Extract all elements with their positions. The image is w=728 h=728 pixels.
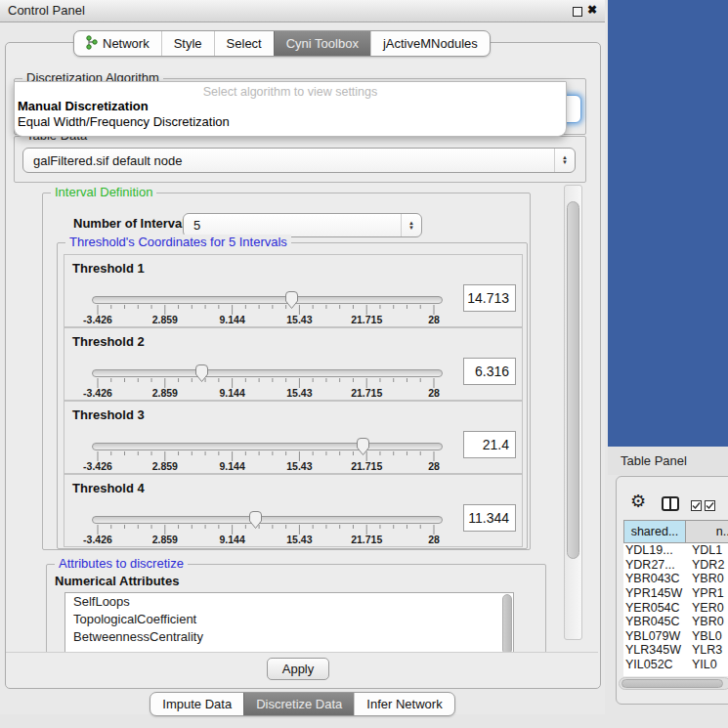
panel-scrollbar[interactable] xyxy=(564,185,582,640)
table-data-group: Table Data galFiltered.sif default node … xyxy=(14,136,586,183)
slider-tick-label: -3.426 xyxy=(83,460,112,472)
control-panel-window: Control Panel ✖ NetworkStyleSelectCyni T… xyxy=(0,0,605,714)
tab-label: Select xyxy=(227,36,262,51)
stepper-arrows-icon: ▲▼ xyxy=(401,214,421,236)
top-tab-bar: NetworkStyleSelectCyni ToolboxjActiveMNo… xyxy=(73,30,491,57)
threshold-slider-track[interactable] xyxy=(92,296,443,304)
slider-tick-label: 15.43 xyxy=(286,460,312,472)
table-header-row: shared...n... xyxy=(623,520,728,543)
threshold-label: Threshold 3 xyxy=(72,407,145,422)
table-row[interactable]: YDR27...YDR2 xyxy=(623,558,728,573)
thresholds-group-title: Threshold's Coordinates for 5 Intervals xyxy=(65,235,291,249)
bottom-tab-discretize-data[interactable]: Discretize Data xyxy=(243,693,354,715)
threshold-value-field[interactable]: 6.316 xyxy=(463,358,516,385)
slider-tick-label: 9.144 xyxy=(219,460,244,472)
threshold-value-field[interactable]: 21.4 xyxy=(463,431,516,458)
threshold-slider-track[interactable] xyxy=(92,369,443,377)
table-cell: YLR3 xyxy=(686,643,728,657)
slider-tick-label: -3.426 xyxy=(83,387,112,399)
number-of-intervals-value: 5 xyxy=(184,218,401,233)
tab-cyni-toolbox[interactable]: Cyni Toolbox xyxy=(274,31,370,56)
slider-tick-label: 28 xyxy=(428,314,440,325)
threshold-label: Threshold 1 xyxy=(72,261,145,276)
numerical-attributes-list[interactable]: SelfLoopsTopologicalCoefficientBetweenne… xyxy=(64,592,514,652)
bottom-tab-infer-network[interactable]: Infer Network xyxy=(354,693,453,715)
attribute-item-betweennesscentrality[interactable]: BetweennessCentrality xyxy=(65,628,513,646)
table-row[interactable]: YBR043CYBR0 xyxy=(623,572,728,586)
tab-jactivemnodules[interactable]: jActiveMNodules xyxy=(370,31,490,56)
interval-definition-group: Interval Definition Number of Intervals … xyxy=(42,193,531,550)
settings-scroll-viewport: Interval Definition Number of Intervals … xyxy=(14,183,561,652)
table-cell: YBL079W xyxy=(623,629,686,643)
table-column-header-shared-[interactable]: shared... xyxy=(623,520,686,543)
panel-scrollbar-thumb[interactable] xyxy=(567,201,579,559)
algorithm-option-equal-width-frequency-discretization[interactable]: Equal Width/Frequency Discretization xyxy=(15,114,566,130)
algorithm-popup-options: Manual DiscretizationEqual Width/Frequen… xyxy=(15,99,566,130)
table-column-header-n-[interactable]: n... xyxy=(686,520,728,543)
table-cell: YBR0 xyxy=(686,615,728,628)
table-cell: YDL19... xyxy=(623,543,686,557)
table-row[interactable]: YLR345WYLR3 xyxy=(623,643,728,658)
threshold-value-field[interactable]: 11.344 xyxy=(463,504,516,532)
tab-label: Style xyxy=(174,36,202,51)
slider-tick-label: 2.859 xyxy=(152,314,178,325)
tab-network[interactable]: Network xyxy=(74,31,161,56)
split-columns-icon[interactable] xyxy=(662,496,679,511)
attribute-item-topologicalcoefficient[interactable]: TopologicalCoefficient xyxy=(65,611,513,628)
attributes-group: Attributes to discretize Numerical Attri… xyxy=(46,564,546,652)
slider-tick-label: 15.43 xyxy=(286,534,312,545)
table-cell: YPR145W xyxy=(623,586,686,600)
thresholds-group: Threshold's Coordinates for 5 Intervals … xyxy=(57,242,528,549)
table-rows: YDL19...YDL1YDR27...YDR2YBR043CYBR0YPR14… xyxy=(623,543,728,676)
tab-style[interactable]: Style xyxy=(161,31,214,56)
table-row[interactable]: YDL19...YDL1 xyxy=(623,543,728,558)
table-cell: YIL052C xyxy=(623,658,686,671)
apply-button[interactable]: Apply xyxy=(267,658,329,680)
tab-label: jActiveMNodules xyxy=(383,36,478,51)
slider-tick-label: 28 xyxy=(428,387,440,399)
bottom-tab-bar: Impute DataDiscretize DataInfer Network xyxy=(0,692,605,716)
table-cell: YBR043C xyxy=(623,572,686,585)
table-horizontal-scrollbar[interactable] xyxy=(619,677,728,690)
gear-icon[interactable]: ⚙ xyxy=(630,492,646,510)
attribute-item-selfloops[interactable]: SelfLoops xyxy=(65,593,513,611)
threshold-slider-track[interactable] xyxy=(92,516,443,524)
algorithm-popup-hint: Select algorithm to view settings xyxy=(15,85,566,99)
attributes-list-scrollbar[interactable] xyxy=(502,594,512,652)
slider-tick-label: -3.426 xyxy=(83,534,112,545)
threshold-slider-track[interactable] xyxy=(92,443,443,450)
threshold-slider-thumb[interactable] xyxy=(356,437,370,456)
table-data-select[interactable]: galFiltered.sif default node ▲▼ xyxy=(22,148,576,173)
bottom-tab-impute-data[interactable]: Impute Data xyxy=(150,693,243,715)
tab-label: Network xyxy=(103,36,150,51)
slider-tick-label: -3.426 xyxy=(83,314,112,325)
interval-definition-title: Interval Definition xyxy=(51,185,156,199)
slider-tick-label: 2.859 xyxy=(152,534,178,545)
tab-select[interactable]: Select xyxy=(214,31,274,56)
threshold-slider-thumb[interactable] xyxy=(194,364,209,383)
threshold-slider-thumb[interactable] xyxy=(248,510,263,530)
table-row[interactable]: YBL079WYBL0 xyxy=(623,629,728,644)
table-cell: YER0 xyxy=(686,601,728,615)
threshold-row-3: Threshold 3-3.4262.8599.14415.4321.71528… xyxy=(64,401,523,474)
table-row[interactable]: YPR145WYPR1 xyxy=(623,586,728,601)
attributes-group-title: Attributes to discretize xyxy=(55,556,188,571)
table-cell: YBR0 xyxy=(686,572,728,585)
numerical-attributes-label: Numerical Attributes xyxy=(55,574,179,588)
threshold-value-field[interactable]: 14.713 xyxy=(463,284,516,312)
checkbox-icon[interactable] xyxy=(705,500,715,511)
table-row[interactable]: YER054CYER0 xyxy=(623,600,728,615)
close-icon[interactable]: ✖ xyxy=(587,3,597,17)
float-icon[interactable] xyxy=(573,7,582,17)
table-cell: YLR345W xyxy=(623,643,686,657)
threshold-rows: Threshold 1-3.4262.8599.14415.4321.71528… xyxy=(64,254,523,547)
table-row[interactable]: YBR045CYBR0 xyxy=(623,615,728,629)
table-cell: YIL0 xyxy=(686,658,728,671)
threshold-slider-thumb[interactable] xyxy=(284,290,299,310)
slider-tick-label: 2.859 xyxy=(152,460,178,472)
algorithm-option-manual-discretization[interactable]: Manual Discretization xyxy=(15,99,566,114)
network-window-frame: GAL80GACGAL11GAL4GCY1HHAP2 xyxy=(608,0,728,447)
checkbox-icon[interactable] xyxy=(691,500,702,511)
table-row[interactable]: YIL052CYIL0 xyxy=(623,658,728,672)
table-horizontal-scrollbar-thumb[interactable] xyxy=(621,679,723,688)
